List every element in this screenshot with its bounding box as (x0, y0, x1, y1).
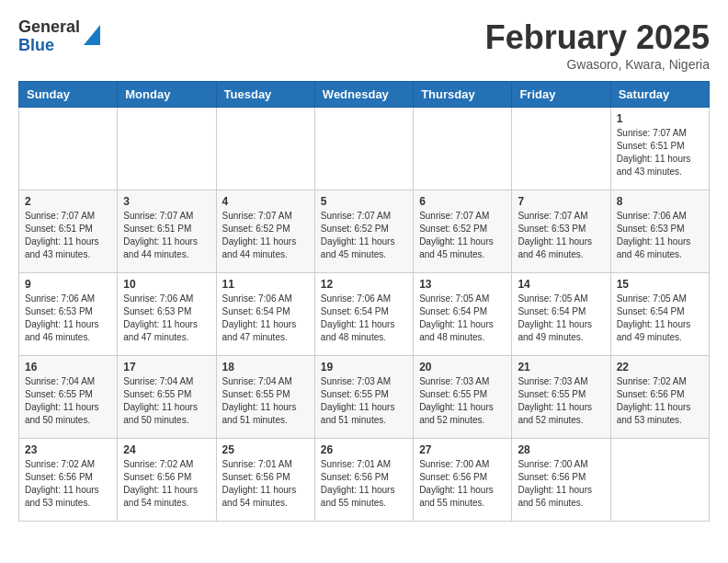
day-number: 8 (617, 195, 703, 208)
day-number: 24 (123, 443, 210, 456)
calendar-cell: 5Sunrise: 7:07 AM Sunset: 6:52 PM Daylig… (314, 190, 413, 273)
header-row: SundayMondayTuesdayWednesdayThursdayFrid… (19, 82, 710, 108)
header-monday: Monday (118, 82, 216, 108)
day-info: Sunrise: 7:06 AM Sunset: 6:54 PM Dayligh… (222, 293, 309, 344)
day-number: 3 (123, 195, 210, 208)
day-number: 18 (222, 361, 309, 373)
calendar-cell: 25Sunrise: 7:01 AM Sunset: 6:56 PM Dayli… (216, 439, 314, 522)
location-subtitle: Gwasoro, Kwara, Nigeria (485, 57, 710, 72)
calendar-body: 1Sunrise: 7:07 AM Sunset: 6:51 PM Daylig… (19, 108, 710, 522)
calendar-cell: 16Sunrise: 7:04 AM Sunset: 6:55 PM Dayli… (19, 356, 118, 439)
day-info: Sunrise: 7:07 AM Sunset: 6:52 PM Dayligh… (222, 210, 309, 261)
calendar-cell: 10Sunrise: 7:06 AM Sunset: 6:53 PM Dayli… (118, 273, 216, 356)
calendar-cell: 9Sunrise: 7:06 AM Sunset: 6:53 PM Daylig… (19, 273, 118, 356)
header-friday: Friday (512, 82, 610, 108)
calendar-cell: 12Sunrise: 7:06 AM Sunset: 6:54 PM Dayli… (314, 273, 413, 356)
calendar-cell (512, 108, 610, 190)
calendar-cell: 13Sunrise: 7:05 AM Sunset: 6:54 PM Dayli… (414, 273, 512, 356)
calendar-cell: 22Sunrise: 7:02 AM Sunset: 6:56 PM Dayli… (610, 356, 709, 439)
logo: General Blue (18, 18, 100, 55)
calendar-cell: 3Sunrise: 7:07 AM Sunset: 6:51 PM Daylig… (118, 190, 216, 273)
day-info: Sunrise: 7:04 AM Sunset: 6:55 PM Dayligh… (123, 375, 210, 427)
calendar-cell: 15Sunrise: 7:05 AM Sunset: 6:54 PM Dayli… (610, 273, 709, 356)
calendar-cell: 28Sunrise: 7:00 AM Sunset: 6:56 PM Dayli… (512, 439, 610, 522)
week-row: 9Sunrise: 7:06 AM Sunset: 6:53 PM Daylig… (19, 273, 710, 356)
day-number: 21 (518, 361, 604, 373)
day-number: 9 (25, 278, 111, 291)
day-info: Sunrise: 7:06 AM Sunset: 6:53 PM Dayligh… (25, 293, 111, 344)
day-number: 7 (518, 195, 604, 208)
calendar-cell: 27Sunrise: 7:00 AM Sunset: 6:56 PM Dayli… (414, 439, 512, 522)
day-number: 28 (518, 443, 604, 456)
logo-triangle-icon (84, 25, 100, 45)
calendar-cell: 23Sunrise: 7:02 AM Sunset: 6:56 PM Dayli… (19, 439, 118, 522)
day-info: Sunrise: 7:03 AM Sunset: 6:55 PM Dayligh… (419, 375, 506, 427)
day-number: 11 (222, 278, 309, 291)
day-info: Sunrise: 7:05 AM Sunset: 6:54 PM Dayligh… (617, 293, 703, 344)
day-number: 6 (419, 195, 506, 208)
header-thursday: Thursday (414, 82, 512, 108)
day-number: 22 (617, 361, 703, 373)
day-info: Sunrise: 7:07 AM Sunset: 6:51 PM Dayligh… (25, 210, 111, 261)
day-info: Sunrise: 7:05 AM Sunset: 6:54 PM Dayligh… (518, 293, 604, 344)
day-info: Sunrise: 7:07 AM Sunset: 6:52 PM Dayligh… (419, 210, 506, 261)
day-number: 4 (222, 195, 309, 208)
day-info: Sunrise: 7:01 AM Sunset: 6:56 PM Dayligh… (321, 458, 407, 510)
day-info: Sunrise: 7:02 AM Sunset: 6:56 PM Dayligh… (123, 458, 210, 510)
day-info: Sunrise: 7:04 AM Sunset: 6:55 PM Dayligh… (222, 375, 309, 427)
day-number: 17 (123, 361, 210, 373)
calendar-cell (314, 108, 413, 190)
calendar-cell (610, 439, 709, 522)
day-number: 10 (123, 278, 210, 291)
logo-general: General (18, 18, 80, 37)
calendar-cell: 17Sunrise: 7:04 AM Sunset: 6:55 PM Dayli… (118, 356, 216, 439)
calendar-cell (414, 108, 512, 190)
day-number: 27 (419, 443, 506, 456)
day-info: Sunrise: 7:02 AM Sunset: 6:56 PM Dayligh… (617, 375, 703, 427)
week-row: 23Sunrise: 7:02 AM Sunset: 6:56 PM Dayli… (19, 439, 710, 522)
day-number: 2 (25, 195, 111, 208)
day-number: 23 (25, 443, 111, 456)
day-info: Sunrise: 7:07 AM Sunset: 6:52 PM Dayligh… (321, 210, 407, 261)
day-number: 20 (419, 361, 506, 373)
day-number: 15 (617, 278, 703, 291)
calendar-cell: 6Sunrise: 7:07 AM Sunset: 6:52 PM Daylig… (414, 190, 512, 273)
calendar-table: SundayMondayTuesdayWednesdayThursdayFrid… (18, 81, 710, 522)
calendar-cell: 8Sunrise: 7:06 AM Sunset: 6:53 PM Daylig… (610, 190, 709, 273)
day-number: 1 (617, 112, 703, 125)
month-title: February 2025 (485, 18, 710, 57)
calendar-header: SundayMondayTuesdayWednesdayThursdayFrid… (19, 82, 710, 108)
calendar-cell: 1Sunrise: 7:07 AM Sunset: 6:51 PM Daylig… (610, 108, 709, 190)
header-saturday: Saturday (610, 82, 709, 108)
day-info: Sunrise: 7:00 AM Sunset: 6:56 PM Dayligh… (518, 458, 604, 510)
day-number: 25 (222, 443, 309, 456)
day-info: Sunrise: 7:06 AM Sunset: 6:53 PM Dayligh… (123, 293, 210, 344)
day-number: 12 (321, 278, 407, 291)
day-number: 14 (518, 278, 604, 291)
header-wednesday: Wednesday (314, 82, 413, 108)
header-sunday: Sunday (19, 82, 118, 108)
header-tuesday: Tuesday (216, 82, 314, 108)
week-row: 16Sunrise: 7:04 AM Sunset: 6:55 PM Dayli… (19, 356, 710, 439)
day-info: Sunrise: 7:07 AM Sunset: 6:51 PM Dayligh… (123, 210, 210, 261)
logo-text: General Blue (18, 18, 80, 55)
day-info: Sunrise: 7:04 AM Sunset: 6:55 PM Dayligh… (25, 375, 111, 427)
logo-blue: Blue (18, 37, 80, 55)
calendar-cell: 24Sunrise: 7:02 AM Sunset: 6:56 PM Dayli… (118, 439, 216, 522)
week-row: 2Sunrise: 7:07 AM Sunset: 6:51 PM Daylig… (19, 190, 710, 273)
day-number: 19 (321, 361, 407, 373)
calendar-cell: 7Sunrise: 7:07 AM Sunset: 6:53 PM Daylig… (512, 190, 610, 273)
calendar-cell: 4Sunrise: 7:07 AM Sunset: 6:52 PM Daylig… (216, 190, 314, 273)
calendar-cell (19, 108, 118, 190)
day-info: Sunrise: 7:02 AM Sunset: 6:56 PM Dayligh… (25, 458, 111, 510)
calendar-cell: 14Sunrise: 7:05 AM Sunset: 6:54 PM Dayli… (512, 273, 610, 356)
calendar-cell: 21Sunrise: 7:03 AM Sunset: 6:55 PM Dayli… (512, 356, 610, 439)
calendar-cell: 11Sunrise: 7:06 AM Sunset: 6:54 PM Dayli… (216, 273, 314, 356)
day-number: 13 (419, 278, 506, 291)
day-info: Sunrise: 7:06 AM Sunset: 6:54 PM Dayligh… (321, 293, 407, 344)
day-info: Sunrise: 7:01 AM Sunset: 6:56 PM Dayligh… (222, 458, 309, 510)
day-info: Sunrise: 7:07 AM Sunset: 6:53 PM Dayligh… (518, 210, 604, 261)
calendar-cell: 19Sunrise: 7:03 AM Sunset: 6:55 PM Dayli… (314, 356, 413, 439)
day-info: Sunrise: 7:06 AM Sunset: 6:53 PM Dayligh… (617, 210, 703, 261)
calendar-cell: 2Sunrise: 7:07 AM Sunset: 6:51 PM Daylig… (19, 190, 118, 273)
